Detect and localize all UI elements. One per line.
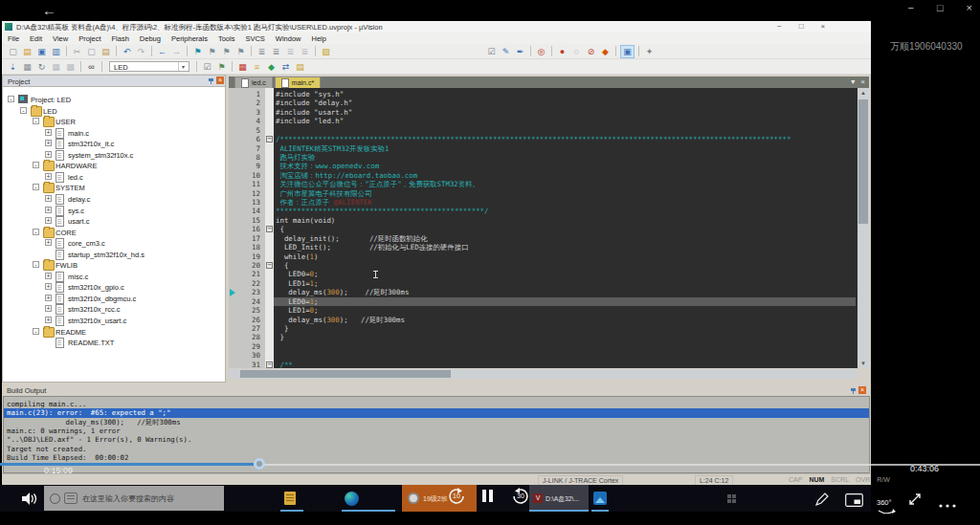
expand-icon[interactable]: + (45, 173, 52, 180)
toolbar-icon[interactable]: ≡ (251, 61, 263, 73)
toolbar-icon[interactable]: ↷ (135, 46, 147, 57)
target-select[interactable]: LED▾ (109, 61, 189, 72)
uvision-close-button[interactable]: × (821, 22, 826, 31)
collapse-icon[interactable]: - (33, 328, 39, 335)
toolbar-icon[interactable]: ≣ (284, 46, 297, 57)
toolbar-icon[interactable]: ↻ (35, 61, 48, 73)
expand-icon[interactable]: + (45, 217, 52, 224)
toolbar-icon[interactable]: ∞ (85, 61, 98, 73)
collapse-icon[interactable]: - (33, 118, 39, 124)
tab-close-icon[interactable]: × (860, 77, 865, 86)
toolbar-icon[interactable]: ◆ (265, 61, 278, 73)
toolbar-icon[interactable]: ⚑ (234, 46, 247, 57)
editor-tab-main.c[interactable]: main.c* (275, 77, 321, 88)
taskbar-notes-icon[interactable] (284, 492, 296, 505)
expand-icon[interactable]: + (45, 195, 52, 202)
close-icon[interactable]: × (858, 386, 866, 394)
toolbar-icon[interactable]: ✂ (71, 46, 83, 57)
toolbar-icon[interactable]: ↶ (121, 46, 133, 57)
toolbar-icon[interactable]: ▤ (100, 46, 112, 57)
chevron-down-icon[interactable]: ▾ (178, 62, 188, 71)
expand-icon[interactable]: + (45, 151, 52, 158)
toolbar-icon[interactable]: → (170, 46, 183, 57)
toolbar-icon[interactable]: ☑ (201, 61, 213, 73)
taskbar-edge-icon[interactable] (345, 492, 359, 506)
toolbar-icon[interactable]: ▦ (236, 61, 249, 73)
toolbar-icon[interactable]: ▦ (50, 61, 62, 73)
toolbar-icon[interactable]: ≣ (270, 46, 282, 57)
menu-tools[interactable]: Tools (218, 34, 235, 43)
menu-svcs[interactable]: SVCS (245, 34, 264, 43)
editor-vertical-scrollbar[interactable]: ▲ ▼ (858, 88, 869, 368)
menu-peripherals[interactable]: Peripherals (171, 34, 208, 43)
fullscreen-icon[interactable] (906, 491, 924, 508)
collapse-icon[interactable]: - (33, 229, 39, 235)
fold-collapse-icon[interactable]: − (266, 226, 273, 232)
windows-tray-icon[interactable] (727, 494, 736, 503)
toolbar-icon[interactable]: ▦ (21, 61, 33, 73)
expand-icon[interactable]: + (45, 239, 52, 246)
scrollbar-thumb[interactable] (240, 370, 451, 378)
toolbar-icon[interactable]: ▩ (64, 61, 77, 73)
toolbar-icon[interactable]: ☑ (485, 46, 498, 57)
tab-list-dropdown-icon[interactable]: ▾ (851, 77, 855, 86)
editor-horizontal-scrollbar[interactable] (229, 369, 857, 379)
menu-flash[interactable]: Flash (112, 34, 129, 43)
toolbar-icon[interactable]: ← (156, 46, 168, 57)
toolbar-icon[interactable]: ⚑ (215, 61, 228, 73)
taskbar-class-group-item[interactable]: 19级2班 (402, 485, 477, 512)
expand-icon[interactable]: + (45, 305, 52, 312)
rotate-360-icon[interactable]: 360° (877, 492, 896, 515)
menu-edit[interactable]: Edit (30, 34, 42, 43)
expand-icon[interactable]: + (45, 273, 52, 279)
toolbar-icon[interactable]: ⇣ (7, 61, 19, 73)
build-error-line[interactable]: main.c(23): error: #65: expected a ";" (4, 408, 869, 417)
taskbar-photos-icon[interactable] (593, 492, 607, 505)
collapse-icon[interactable]: - (33, 261, 39, 268)
close-icon[interactable]: × (216, 77, 224, 84)
toolbar-icon[interactable]: ▢ (7, 46, 19, 57)
fold-collapse-icon[interactable]: − (266, 262, 273, 269)
player-minimize-button[interactable]: − (907, 2, 913, 13)
uvision-minimize-button[interactable]: − (777, 22, 782, 31)
expand-icon[interactable]: + (45, 140, 52, 146)
expand-icon[interactable]: + (45, 129, 52, 136)
player-close-button[interactable]: × (967, 2, 972, 13)
menu-file[interactable]: File (8, 34, 19, 43)
toolbar-icon[interactable]: ▤ (21, 46, 33, 57)
more-options-icon[interactable] (938, 495, 955, 513)
toolbar-icon[interactable]: ⚑ (206, 46, 218, 57)
uvision-maximize-button[interactable]: □ (799, 22, 804, 31)
toolbar-icon[interactable]: ▤ (294, 61, 306, 73)
fold-collapse-icon[interactable]: − (266, 361, 273, 368)
collapse-icon[interactable]: - (20, 107, 27, 114)
expand-icon[interactable]: + (45, 207, 52, 213)
toolbar-icon[interactable]: ⇄ (279, 61, 292, 73)
menu-project[interactable]: Project (78, 34, 100, 43)
toolbar-icon[interactable]: ✦ (643, 46, 656, 57)
menu-debug[interactable]: Debug (140, 34, 161, 43)
expand-icon[interactable]: + (45, 283, 52, 290)
taskbar-uvision-item[interactable]: V D:\A盘32\... (529, 485, 589, 512)
menu-window[interactable]: Window (276, 34, 301, 43)
toolbar-icon[interactable]: ✎ (500, 46, 512, 57)
toolbar-icon[interactable]: ○ (570, 46, 583, 57)
pin-icon[interactable] (208, 77, 214, 84)
expand-icon[interactable]: + (45, 317, 52, 323)
pin-icon[interactable] (850, 387, 857, 394)
toolbar-icon[interactable]: ≣ (299, 46, 311, 57)
collapse-icon[interactable]: - (8, 96, 14, 102)
toolbar-icon[interactable]: ▣ (620, 45, 635, 58)
toolbar-icon[interactable]: ▢ (85, 46, 98, 57)
collapse-icon[interactable]: - (33, 184, 39, 190)
scrollbar-thumb[interactable] (858, 99, 868, 224)
expand-icon[interactable]: + (45, 295, 52, 301)
toolbar-icon[interactable]: ✒ (514, 46, 526, 57)
taskbar-search-box[interactable]: 在这里输入你要搜索的内容 (44, 486, 224, 511)
menu-help[interactable]: Help (312, 34, 326, 43)
toolbar-icon[interactable]: ◆ (599, 46, 612, 57)
code-area[interactable]: 1#include "sys.h"2#include "delay.h"3#in… (229, 88, 869, 368)
toolbar-icon[interactable]: ◎ (535, 46, 547, 57)
toolbar-icon[interactable]: ▣ (35, 46, 48, 57)
editor-tab-led.c[interactable]: led.c (234, 77, 273, 88)
